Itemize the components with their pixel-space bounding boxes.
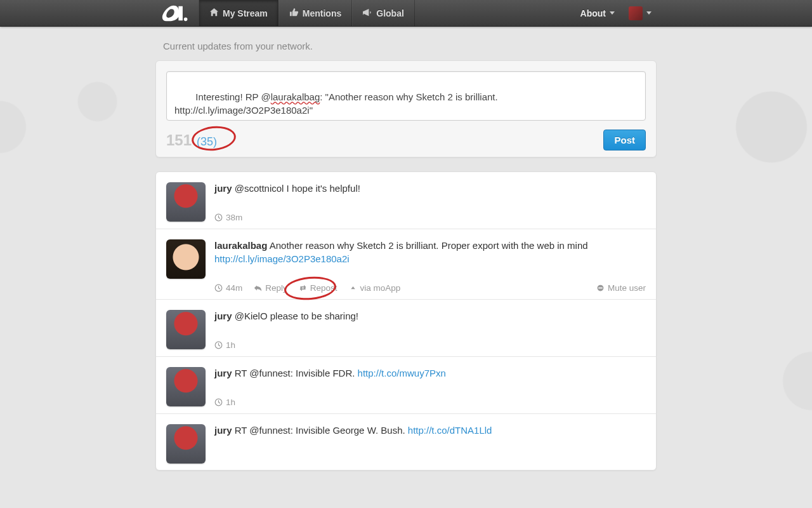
mute-user-button[interactable]: Mute user: [596, 283, 646, 293]
post-item: jury RT @funnest: Invisible FDR. http://…: [156, 357, 656, 414]
char-count-quote: (35): [197, 135, 217, 149]
avatar[interactable]: [166, 424, 206, 464]
post-item: jury @scottnicol I hope it's helpful! 38…: [156, 172, 656, 229]
post-text: jury RT @funnest: Invisible FDR. http://…: [214, 367, 646, 380]
post-body: jury @KielO please to be sharing! 1h: [214, 310, 646, 350]
post-feed: jury @scottnicol I hope it's helpful! 38…: [155, 171, 657, 471]
avatar[interactable]: [166, 239, 206, 279]
svg-rect-4: [598, 287, 603, 288]
post-username[interactable]: jury: [214, 311, 232, 321]
reply-button[interactable]: Reply: [254, 283, 287, 293]
via-source: via moApp: [349, 283, 401, 293]
post-timestamp: 1h: [214, 340, 235, 350]
user-menu[interactable]: [624, 0, 657, 26]
primary-nav: My Stream Mentions Global: [199, 0, 415, 26]
post-text: jury @KielO please to be sharing!: [214, 310, 646, 323]
repost-button[interactable]: Repost: [299, 283, 337, 293]
nav-my-stream[interactable]: My Stream: [199, 0, 278, 26]
avatar[interactable]: [166, 367, 206, 406]
composer: Interesting! RP @laurakalbag: "Another r…: [155, 60, 657, 157]
compose-textarea[interactable]: [166, 71, 646, 121]
thumbs-up-icon: [289, 8, 299, 19]
nav-label: Global: [376, 8, 404, 18]
char-counters: 151 (35): [166, 131, 217, 149]
post-body: jury RT @funnest: Invisible George W. Bu…: [214, 424, 646, 464]
nav-mentions[interactable]: Mentions: [278, 0, 352, 26]
avatar: [629, 6, 643, 20]
post-username[interactable]: jury: [214, 425, 232, 436]
logo[interactable]: [155, 0, 199, 26]
page-subtitle: Current updates from your network.: [155, 27, 657, 58]
nav-global[interactable]: Global: [352, 0, 415, 26]
avatar[interactable]: [166, 182, 206, 222]
post-item: jury RT @funnest: Invisible George W. Bu…: [156, 414, 656, 470]
post-link[interactable]: http://t.co/mwuy7Pxn: [358, 368, 446, 378]
post-text: jury RT @funnest: Invisible George W. Bu…: [214, 424, 646, 437]
chevron-down-icon: [610, 11, 615, 15]
post-meta: 1h: [214, 323, 646, 350]
char-count-main: 151: [166, 131, 192, 149]
home-icon: [209, 8, 219, 19]
post-meta: 44mReplyRepostvia moAppMute user: [214, 265, 646, 293]
post-text: laurakalbag Another reason why Sketch 2 …: [214, 239, 646, 265]
post-meta: 38m: [214, 195, 646, 222]
post-button[interactable]: Post: [603, 130, 646, 150]
nav-label: Mentions: [303, 8, 341, 18]
post-timestamp: 1h: [214, 398, 235, 407]
post-body: jury RT @funnest: Invisible FDR. http://…: [214, 367, 646, 407]
compose-input-wrapper[interactable]: Interesting! RP @laurakalbag: "Another r…: [166, 71, 646, 123]
post-username[interactable]: laurakalbag: [214, 240, 267, 251]
post-body: jury @scottnicol I hope it's helpful! 38…: [214, 182, 646, 222]
post-link[interactable]: http://cl.ly/image/3O2P3e180a2i: [214, 253, 350, 264]
post-text: jury @scottnicol I hope it's helpful!: [214, 182, 646, 195]
post-username[interactable]: jury: [214, 183, 232, 194]
avatar[interactable]: [166, 310, 206, 349]
chevron-down-icon: [646, 11, 652, 15]
post-username[interactable]: jury: [214, 368, 232, 378]
post-item: laurakalbag Another reason why Sketch 2 …: [156, 229, 656, 300]
post-timestamp: 44m: [214, 283, 242, 293]
megaphone-icon: [363, 8, 372, 19]
post-item: jury @KielO please to be sharing! 1h: [156, 300, 656, 357]
svg-point-0: [184, 17, 188, 21]
alpha-logo-icon: [155, 1, 191, 26]
post-body: laurakalbag Another reason why Sketch 2 …: [214, 239, 646, 293]
post-link[interactable]: http://t.co/dTNA1Lld: [408, 425, 492, 436]
top-navbar: My Stream Mentions Global About: [0, 0, 812, 27]
nav-label: My Stream: [223, 8, 268, 18]
about-menu[interactable]: About: [572, 0, 624, 26]
about-label: About: [580, 8, 606, 18]
post-meta: 1h: [214, 380, 646, 407]
post-timestamp: 38m: [214, 213, 242, 222]
